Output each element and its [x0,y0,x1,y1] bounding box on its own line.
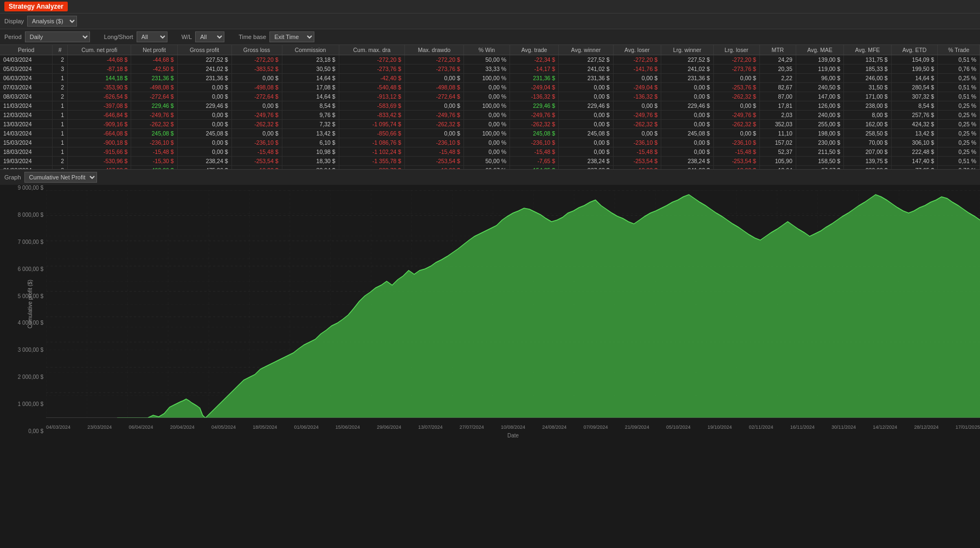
y-label-9000: 9 000,00 $ [3,185,43,191]
table-cell: -646,84 $ [68,111,131,120]
table-row: 13/03/20241-909,16 $-262,32 $0,00 $-262,… [0,120,980,129]
y-label-3000: 3 000,00 $ [3,347,43,353]
col-pct-trade: % Trade [938,45,980,55]
col-avg-etd: Avg. ETD [891,45,938,55]
graph-type-select[interactable]: Cumulative Net Profit Net Profit Drawdow… [24,172,97,183]
x-label-16: 19/10/2024 [707,424,732,430]
table-cell: 231,36 $ [559,74,614,83]
table-cell: -272,20 $ [613,55,661,65]
table-cell: 126,00 $ [796,101,843,111]
y-axis-title: Cumulative profit ($) [27,280,33,328]
table-cell: 2,03 [759,111,796,120]
table-cell: 139,00 $ [796,55,843,65]
table-cell: 241,02 $ [559,65,614,74]
table-cell: -272,20 $ [339,55,405,65]
col-lrg-winner: Lrg. winner [661,45,713,55]
table-cell: -383,52 $ [231,65,282,74]
table-cell: 0,00 % [463,147,510,157]
table-cell: 0,00 $ [559,120,614,129]
table-cell: 230,00 $ [796,138,843,147]
col-mtr: MTR [759,45,796,55]
x-label-8: 29/06/2024 [377,424,401,430]
table-cell: 10,98 $ [282,147,339,157]
table-cell: -900,18 $ [68,138,131,147]
table-cell: 17,08 $ [282,83,339,92]
table-cell: 8,54 $ [891,101,938,111]
table-cell: -42,50 $ [131,65,177,74]
table-cell: 1 [53,138,68,147]
table-cell: 258,50 $ [844,129,892,138]
table-cell: 1 [53,147,68,157]
table-row: 04/03/20242-44,68 $-44,68 $227,52 $-272,… [0,55,980,65]
table-cell: 119,00 $ [796,65,843,74]
x-label-5: 18/05/2024 [253,424,277,430]
table-cell: 13/03/2024 [0,120,53,129]
table-cell: -833,42 $ [339,111,405,120]
y-label-7000: 7 000,00 $ [3,239,43,245]
table-cell: -273,76 $ [339,65,405,74]
x-label-9: 13/07/2024 [418,424,442,430]
table-cell: -1 102,24 $ [339,147,405,157]
table-cell: 14,64 $ [282,92,339,101]
table-cell: 13,42 $ [891,129,938,138]
table-cell: -253,76 $ [713,83,759,92]
table-cell: 238,00 $ [844,101,892,111]
table-cell: 0,00 % [463,120,510,129]
table-cell: 241,02 $ [177,65,231,74]
col-gross-loss: Gross loss [231,45,282,55]
table-cell: -253,54 $ [231,157,282,166]
table-cell: 33,33 % [463,65,510,74]
table-cell: -915,66 $ [68,147,131,157]
table-cell: -583,69 $ [339,101,405,111]
period-select[interactable]: Daily Weekly Monthly [25,31,90,42]
period-row: Period Daily Weekly Monthly Long/Short A… [0,29,980,44]
display-label: Display [4,18,24,24]
table-cell: 246,00 $ [844,74,892,83]
table-cell: 7,32 $ [282,120,339,129]
table-cell: -136,32 $ [613,92,661,101]
table-cell: 0,00 $ [613,129,661,138]
table-cell: 0,00 $ [177,111,231,120]
col-cum-net: Cum. net profi [68,45,131,55]
table-cell: -262,32 $ [510,120,559,129]
table-cell: -15,48 $ [405,147,464,157]
table-cell: 231,36 $ [661,74,713,83]
chart-container: 9 000,00 $ 8 000,00 $ 7 000,00 $ 6 000,0… [0,185,980,434]
table-cell: 0,00 $ [661,92,713,101]
toolbar-row: Display Analysis ($) Analysis (%) Summar… [0,13,980,29]
table-row: 19/03/20242-530,96 $-15,30 $238,24 $-253… [0,157,980,166]
table-cell: 50,00 % [463,55,510,65]
x-label-10: 27/07/2024 [460,424,484,430]
table-cell: 04/03/2024 [0,55,53,65]
timebase-select[interactable]: Exit Time Entry Time [269,31,314,42]
table-cell: 227,52 $ [661,55,713,65]
table-cell: -909,16 $ [68,120,131,129]
table-cell: -353,90 $ [68,83,131,92]
table-cell: -273,76 $ [713,65,759,74]
x-label-7: 15/06/2024 [336,424,360,430]
table-cell: 171,00 $ [844,92,892,101]
col-period: Period [0,45,53,55]
table-cell: -249,76 $ [231,111,282,120]
table-cell: -44,68 $ [131,55,177,65]
table-cell: 0,25 % [938,74,980,83]
table-cell: 105,90 [759,157,796,166]
table-cell: 0,00 $ [661,138,713,147]
display-select[interactable]: Analysis ($) Analysis (%) Summary [27,16,77,27]
table-cell: 231,36 $ [510,74,559,83]
table-cell: 240,50 $ [796,83,843,92]
table-cell: -249,76 $ [613,111,661,120]
y-axis-labels: 9 000,00 $ 8 000,00 $ 7 000,00 $ 6 000,0… [0,185,46,434]
table-cell: -273,76 $ [405,65,464,74]
table-cell: 9,76 $ [282,111,339,120]
table-cell: -236,10 $ [131,138,177,147]
longshort-select[interactable]: All Long Short [137,31,167,42]
table-cell: 20,35 [759,65,796,74]
y-label-8000: 8 000,00 $ [3,212,43,218]
table-cell: -262,32 $ [713,120,759,129]
table-cell: -1 095,74 $ [339,120,405,129]
table-cell: -249,76 $ [131,111,177,120]
table-cell: 19/03/2024 [0,157,53,166]
table-row: 18/03/20241-915,66 $-15,48 $0,00 $-15,48… [0,147,980,157]
wl-select[interactable]: All Win Lose [195,31,224,42]
